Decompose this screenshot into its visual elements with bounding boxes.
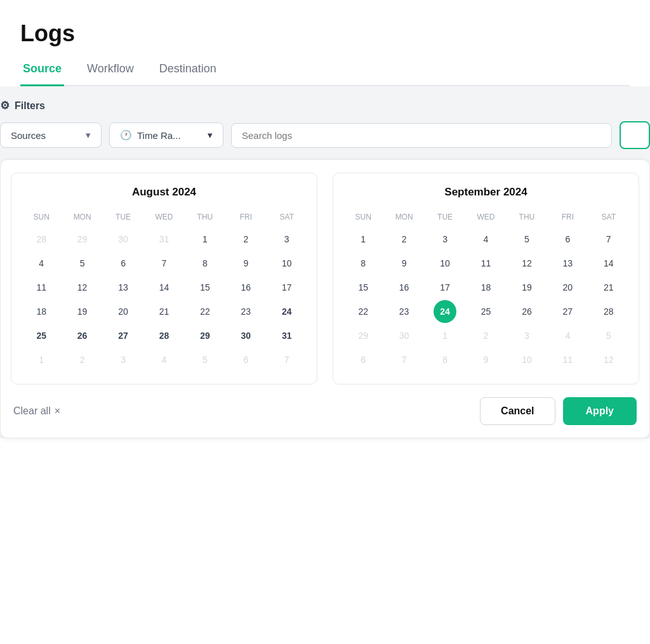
- filters-section: ⚙ Filters Sources ▾ 🕐 Time Ra... ▾ Augus…: [0, 86, 650, 438]
- calendar-day[interactable]: 18: [30, 300, 53, 323]
- calendar-day[interactable]: 5: [194, 348, 216, 371]
- calendar-day[interactable]: 10: [275, 252, 298, 275]
- calendar-day[interactable]: 25: [30, 324, 53, 347]
- calendar-day[interactable]: 8: [434, 348, 456, 371]
- calendar-day[interactable]: 14: [152, 276, 175, 299]
- calendar-day[interactable]: 20: [112, 300, 135, 323]
- calendar-day[interactable]: 5: [71, 252, 94, 275]
- calendar-day[interactable]: 6: [112, 252, 135, 275]
- calendar-day[interactable]: 22: [194, 300, 216, 323]
- calendar-day[interactable]: 16: [393, 276, 416, 299]
- calendar-day[interactable]: 20: [556, 276, 579, 299]
- calendar-day[interactable]: 29: [352, 324, 375, 347]
- calendar-day[interactable]: 8: [352, 252, 375, 275]
- calendar-day[interactable]: 30: [112, 228, 135, 251]
- calendar-day[interactable]: 1: [434, 324, 456, 347]
- calendar-day[interactable]: 30: [393, 324, 416, 347]
- time-range-dropdown[interactable]: 🕐 Time Ra... ▾: [109, 122, 223, 148]
- calendar-day[interactable]: 6: [556, 228, 579, 251]
- calendar-day[interactable]: 3: [275, 228, 298, 251]
- calendar-day[interactable]: 15: [352, 276, 375, 299]
- calendar-day[interactable]: 29: [194, 324, 216, 347]
- calendar-day[interactable]: 1: [352, 228, 375, 251]
- calendar-day[interactable]: 3: [112, 348, 135, 371]
- cancel-button[interactable]: Cancel: [480, 397, 555, 425]
- calendar-day[interactable]: 7: [597, 228, 620, 251]
- august-calendar: August 2024 SUN MON TUE WED THU FRI SAT …: [11, 173, 317, 384]
- calendar-day-selected[interactable]: 24: [434, 300, 456, 323]
- calendar-day[interactable]: 11: [30, 276, 53, 299]
- calendar-day[interactable]: 11: [474, 252, 497, 275]
- calendar-day[interactable]: 17: [434, 276, 456, 299]
- calendar-day[interactable]: 12: [515, 252, 538, 275]
- tab-destination[interactable]: Destination: [157, 57, 219, 86]
- calendar-day[interactable]: 21: [152, 300, 175, 323]
- calendar-day[interactable]: 13: [112, 276, 135, 299]
- calendar-day[interactable]: 4: [152, 348, 175, 371]
- calendar-day[interactable]: 6: [234, 348, 257, 371]
- calendar-day[interactable]: 12: [597, 348, 620, 371]
- calendar-day[interactable]: 13: [556, 252, 579, 275]
- tabs: Source Workflow Destination: [20, 57, 630, 86]
- calendar-day[interactable]: 1: [30, 348, 53, 371]
- calendar-day[interactable]: 23: [234, 300, 257, 323]
- calendar-day[interactable]: 15: [194, 276, 216, 299]
- calendar-day[interactable]: 31: [152, 228, 175, 251]
- tab-source[interactable]: Source: [20, 57, 64, 86]
- calendar-day[interactable]: 9: [393, 252, 416, 275]
- clear-all-button[interactable]: Clear all ×: [13, 405, 60, 417]
- calendar-day[interactable]: 4: [474, 228, 497, 251]
- extra-filter-button[interactable]: [620, 121, 650, 149]
- calendar-day[interactable]: 21: [597, 276, 620, 299]
- calendar-day[interactable]: 27: [112, 324, 135, 347]
- calendar-day[interactable]: 2: [393, 228, 416, 251]
- apply-button[interactable]: Apply: [563, 397, 637, 425]
- calendar-day[interactable]: 24: [275, 300, 298, 323]
- calendar-day[interactable]: 8: [194, 252, 216, 275]
- calendar-day[interactable]: 11: [556, 348, 579, 371]
- calendar-day[interactable]: 3: [515, 324, 538, 347]
- calendar-day[interactable]: 29: [71, 228, 94, 251]
- calendar-day[interactable]: 4: [556, 324, 579, 347]
- calendar-day[interactable]: 10: [515, 348, 538, 371]
- search-input[interactable]: [231, 123, 612, 148]
- calendar-day[interactable]: 3: [434, 228, 456, 251]
- calendar-day[interactable]: 2: [474, 324, 497, 347]
- calendar-day[interactable]: 10: [434, 252, 456, 275]
- calendar-day[interactable]: 16: [234, 276, 257, 299]
- calendar-day[interactable]: 28: [30, 228, 53, 251]
- calendar-day[interactable]: 22: [352, 300, 375, 323]
- calendar-day[interactable]: 28: [597, 300, 620, 323]
- calendar-day[interactable]: 26: [515, 300, 538, 323]
- calendar-day[interactable]: 28: [152, 324, 175, 347]
- calendar-day[interactable]: 2: [71, 348, 94, 371]
- calendar-day[interactable]: 5: [515, 228, 538, 251]
- calendar-day[interactable]: 9: [234, 252, 257, 275]
- calendar-day[interactable]: 2: [234, 228, 257, 251]
- calendar-day[interactable]: 7: [393, 348, 416, 371]
- calendar-day[interactable]: 19: [71, 300, 94, 323]
- calendar-day[interactable]: 9: [474, 348, 497, 371]
- calendar-day[interactable]: 27: [556, 300, 579, 323]
- calendar-day[interactable]: 12: [71, 276, 94, 299]
- sep-header-thu: THU: [507, 210, 547, 227]
- calendar-day[interactable]: 7: [275, 348, 298, 371]
- calendar-day[interactable]: 14: [597, 252, 620, 275]
- calendar-popup: August 2024 SUN MON TUE WED THU FRI SAT …: [0, 159, 650, 438]
- sources-dropdown[interactable]: Sources ▾: [0, 122, 102, 148]
- calendar-day[interactable]: 7: [152, 252, 175, 275]
- calendar-day[interactable]: 5: [597, 324, 620, 347]
- calendar-day[interactable]: 25: [474, 300, 497, 323]
- calendar-day[interactable]: 4: [30, 252, 53, 275]
- calendar-day[interactable]: 6: [352, 348, 375, 371]
- calendar-day[interactable]: 19: [515, 276, 538, 299]
- august-title: August 2024: [22, 186, 307, 199]
- calendar-day[interactable]: 1: [194, 228, 216, 251]
- calendar-day[interactable]: 26: [71, 324, 94, 347]
- calendar-day[interactable]: 18: [474, 276, 497, 299]
- tab-workflow[interactable]: Workflow: [84, 57, 136, 86]
- calendar-day[interactable]: 23: [393, 300, 416, 323]
- calendar-day[interactable]: 17: [275, 276, 298, 299]
- calendar-day[interactable]: 31: [275, 324, 298, 347]
- calendar-day[interactable]: 30: [234, 324, 257, 347]
